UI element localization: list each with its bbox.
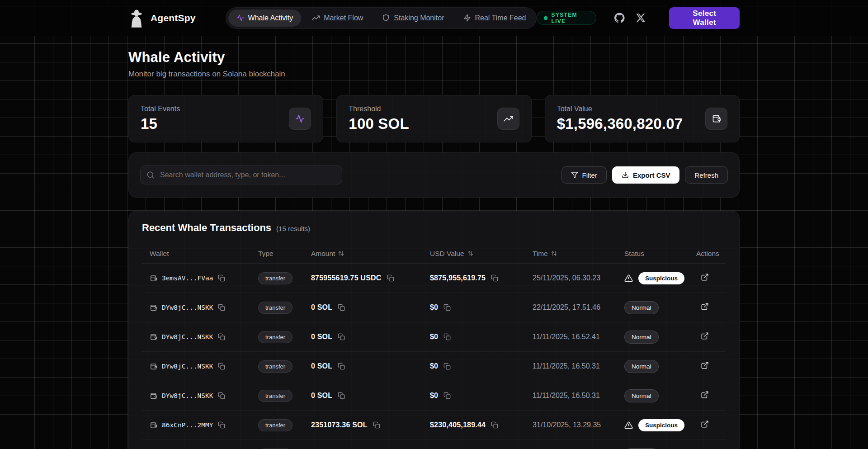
page-title: Whale Activity — [128, 49, 740, 66]
amount-cell: 0 SOL — [311, 392, 430, 400]
column-header-wallet: Wallet — [150, 250, 258, 258]
copy-usd-button[interactable] — [443, 333, 451, 340]
download-icon — [622, 171, 629, 179]
copy-icon — [443, 304, 451, 311]
github-icon[interactable] — [614, 12, 625, 24]
nav-item-market-flow[interactable]: Market Flow — [304, 9, 371, 27]
external-link-icon — [701, 302, 709, 311]
table-row: 86xCnP...2MMY transfer 0.1 SOL $9.8 31/1… — [142, 440, 726, 449]
copy-icon — [218, 421, 225, 429]
time-cell: 22/11/2025, 17.51.46 — [533, 303, 624, 312]
status-cell: Normal — [624, 360, 696, 373]
select-wallet-button[interactable]: Select Wallet — [669, 7, 740, 29]
sort-icon[interactable] — [338, 250, 344, 256]
warning-icon — [624, 274, 633, 283]
external-link-button[interactable] — [701, 273, 709, 281]
column-header-amount[interactable]: Amount — [311, 250, 430, 258]
nav-item-real-time-feed[interactable]: Real Time Feed — [455, 9, 534, 27]
nav-item-whale-activity[interactable]: Whale Activity — [228, 9, 302, 27]
status-cell: Suspicious — [624, 272, 696, 284]
refresh-button[interactable]: Refresh — [685, 166, 728, 184]
copy-amount-button[interactable] — [338, 333, 345, 340]
external-link-button[interactable] — [701, 391, 709, 399]
actions-cell — [696, 332, 726, 342]
column-header-status: Status — [624, 250, 696, 258]
table-row: DYw8jC...NSKK transfer 0 SOL $0 11/11/20… — [142, 352, 726, 381]
type-cell: transfer — [258, 360, 311, 373]
wallet-cell: 3emsAV...FVaa — [150, 274, 258, 282]
status-badge: Normal — [624, 301, 659, 314]
brand-name: AgentSpy — [151, 13, 196, 24]
sort-icon[interactable] — [467, 250, 473, 256]
column-header-usd-value[interactable]: USD Value — [430, 250, 533, 258]
amount-value: 0 SOL — [311, 362, 332, 370]
copy-wallet-button[interactable] — [218, 274, 225, 282]
export-csv-button[interactable]: Export CSV — [612, 166, 680, 184]
sort-icon[interactable] — [551, 250, 557, 256]
usd-value-cell: $0 — [430, 362, 533, 370]
copy-usd-button[interactable] — [491, 274, 498, 282]
time-value: 11/11/2025, 16.50.31 — [533, 392, 600, 399]
type-cell: transfer — [258, 272, 311, 284]
copy-icon — [218, 304, 225, 311]
search-box — [140, 165, 342, 184]
usd-value: $0 — [430, 303, 438, 312]
copy-amount-button[interactable] — [338, 363, 345, 370]
copy-usd-button[interactable] — [443, 392, 451, 399]
brand: AgentSpy — [128, 8, 196, 28]
wallet-icon — [150, 333, 157, 341]
usd-value: $0 — [430, 333, 438, 341]
copy-icon — [491, 274, 498, 282]
status-badge: Normal — [624, 360, 659, 373]
status-cell: Normal — [624, 301, 696, 314]
external-link-button[interactable] — [701, 361, 709, 369]
copy-amount-button[interactable] — [338, 392, 345, 399]
copy-wallet-button[interactable] — [218, 304, 225, 311]
actions-cell — [696, 361, 726, 371]
copy-amount-button[interactable] — [387, 274, 394, 282]
stat-icon-button[interactable] — [289, 108, 311, 130]
copy-wallet-button[interactable] — [218, 392, 225, 399]
stat-card-threshold: Threshold 100 SOL — [336, 95, 531, 142]
external-link-button[interactable] — [701, 302, 709, 311]
copy-icon — [338, 304, 345, 311]
search-input[interactable] — [140, 165, 342, 184]
type-cell: transfer — [258, 331, 311, 343]
trending-up-icon — [504, 114, 513, 123]
external-link-button[interactable] — [701, 332, 709, 340]
wallet-address: DYw8jC...NSKK — [162, 363, 213, 370]
wallet-address: 3emsAV...FVaa — [162, 274, 213, 282]
actions-cell — [696, 302, 726, 312]
copy-usd-button[interactable] — [443, 304, 451, 311]
wallet-cell: DYw8jC...NSKK — [150, 304, 258, 312]
filter-button[interactable]: Filter — [561, 166, 607, 184]
copy-amount-button[interactable] — [373, 421, 380, 429]
copy-icon — [218, 363, 225, 370]
copy-wallet-button[interactable] — [218, 421, 225, 429]
amount-cell: 875955619.75 USDC — [311, 274, 430, 282]
copy-icon — [218, 392, 225, 399]
copy-wallet-button[interactable] — [218, 333, 225, 340]
main-nav: Whale Activity Market Flow Staking Monit… — [226, 7, 537, 29]
time-value: 25/11/2025, 06.30.23 — [533, 274, 600, 282]
usd-value-cell: $0 — [430, 392, 533, 400]
stat-value: 15 — [141, 115, 180, 132]
x-twitter-icon[interactable] — [636, 12, 646, 24]
wallet-icon — [150, 421, 157, 429]
stat-value: 100 SOL — [349, 115, 409, 132]
copy-amount-button[interactable] — [338, 304, 345, 311]
copy-usd-button[interactable] — [491, 421, 498, 429]
copy-usd-button[interactable] — [443, 363, 451, 370]
wallet-icon — [150, 274, 157, 282]
wallet-icon — [150, 392, 157, 400]
copy-wallet-button[interactable] — [218, 363, 225, 370]
external-link-button[interactable] — [701, 420, 709, 428]
stat-icon-button[interactable] — [497, 108, 519, 130]
stat-label: Threshold — [349, 105, 409, 113]
stat-icon-button[interactable] — [705, 108, 727, 130]
status-cell: Normal — [624, 389, 696, 402]
time-value: 11/11/2025, 16.52.41 — [533, 333, 600, 340]
nav-item-staking-monitor[interactable]: Staking Monitor — [374, 9, 452, 27]
zap-icon — [463, 14, 471, 22]
column-header-time[interactable]: Time — [533, 250, 624, 258]
